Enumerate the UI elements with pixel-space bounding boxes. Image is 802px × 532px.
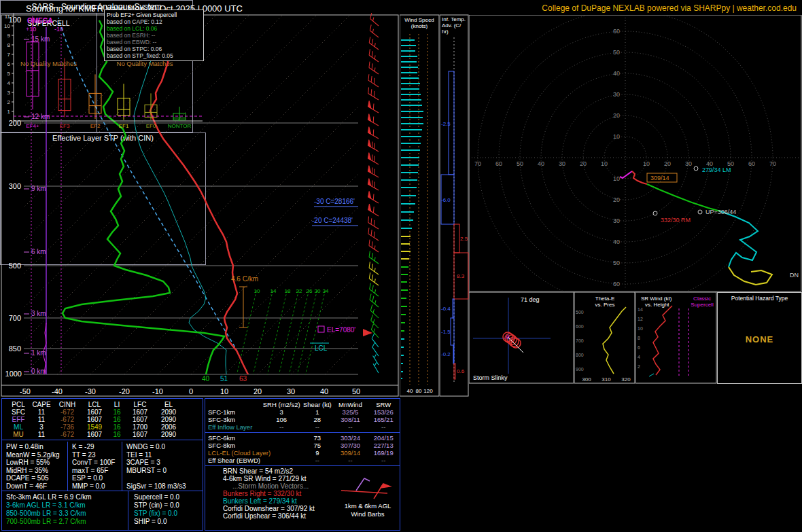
thetae-p-label: 700	[576, 338, 584, 343]
parcel-name: EFF	[2, 416, 29, 423]
col-header: EL	[154, 401, 183, 408]
stat: TT = 23	[72, 451, 122, 459]
y-tick: 9	[7, 33, 11, 39]
ring-label: 10	[613, 175, 620, 182]
srw-value: 227/13	[367, 442, 400, 449]
height-label: 3 km	[31, 310, 46, 317]
li-value: 16	[108, 431, 126, 438]
left-mover-marker	[694, 166, 698, 171]
parcel-name: SFC	[2, 408, 29, 416]
divider	[205, 432, 400, 433]
thetae-x-labels: 300 310 320	[582, 376, 631, 383]
srw-value: 165/21	[367, 416, 400, 423]
temp-label: -50	[20, 387, 31, 395]
thermo-bottom: Sfc-3km AGL LR = 6.9 C/km 3-6km AGL LR =…	[2, 491, 203, 530]
stat	[126, 474, 203, 482]
thetae-pressure-labels: 500 600 700 800 900	[576, 310, 584, 372]
km-label: 14	[638, 307, 643, 312]
shear-value: --	[301, 457, 334, 464]
brand-link[interactable]: College of DuPage NEXLAB powered via SHA…	[542, 3, 797, 13]
ring-label: 20	[613, 112, 620, 119]
parcel-table: PCL CAPE CINH LCL LI LFC EL SFC 11 -672 …	[2, 399, 203, 438]
stat: WNDG = 0.0	[126, 443, 203, 451]
divider	[2, 440, 203, 440]
srw-value: 153/26	[367, 408, 400, 416]
sfc-wetbulb-value: 51	[220, 375, 228, 383]
kinematics-row: SFC-6km 73 303/24 204/15	[205, 434, 400, 442]
ring-label: 40	[613, 238, 620, 245]
temp-axis-labels: -50 -40 -30 -20 -10 0 10 20 30 40 50	[20, 387, 360, 395]
pressure-label: 1000	[5, 370, 22, 378]
stat: PW = 0.48in	[6, 443, 67, 451]
temp-label: -40	[52, 387, 63, 395]
ring-label: 60	[613, 281, 620, 287]
y-tick: 8	[7, 42, 11, 48]
mnwind-value: 309/14	[334, 449, 368, 457]
legend-row: based on ESRH: --	[107, 32, 201, 39]
layer-label: SFC-3km	[205, 416, 262, 423]
mnwind-value: 308/11	[334, 416, 368, 423]
col-header: MnWind	[334, 401, 368, 408]
legend-row: based on EBWD: --	[107, 39, 201, 46]
srwind-km-labels: 14 12 10 8 6 4 2	[638, 307, 643, 369]
mnwind-value: 303/24	[334, 434, 368, 442]
layer-label: Eff Inflow Layer	[205, 423, 262, 431]
pressure-label: 500	[9, 262, 21, 270]
el-value: 2006	[154, 423, 183, 431]
mnwind-value: 307/30	[334, 442, 368, 449]
cape-value: 11	[29, 431, 54, 438]
li-value: 16	[108, 423, 126, 431]
hodo-trace-0-3km	[632, 171, 647, 184]
lfc-value: 1607	[126, 408, 154, 416]
legend-row: based on STP_fixed: 0.05	[107, 52, 201, 59]
adv-value: -2.5	[441, 121, 451, 127]
temp-label: 0	[189, 387, 193, 395]
hodograph-markers: 279/34 LM 309/14 332/30 RM UP=306/44 DN	[647, 166, 799, 279]
stat: LowRH = 55%	[6, 459, 67, 467]
parcel-row-eff[interactable]: EFF 11 -672 1607 16 1607 2090	[2, 416, 203, 423]
slinky-frame	[469, 292, 574, 383]
el-value: 2090	[154, 416, 183, 423]
srwind-trace	[653, 306, 672, 375]
right-mover-label: 332/30 RM	[661, 217, 691, 224]
skewt-annotations: -30 C=28166' -20 C=24438' 4.6 C/km EL=70…	[202, 198, 358, 383]
parcel-row-mu[interactable]: MU 11 -672 1607 16 1607 2090	[2, 431, 203, 438]
col-header: SRW	[367, 401, 400, 408]
mixing-label: 22	[296, 288, 302, 294]
category-label: EF3	[60, 123, 70, 129]
height-label: 9 km	[31, 185, 46, 192]
ring-label: 50	[613, 260, 620, 266]
composite-index: Supercell = 0.0	[134, 493, 203, 501]
category-label: NONTOR	[168, 123, 192, 129]
parcel-row-sfc[interactable]: SFC 11 -672 1607 16 1607 2090	[2, 408, 203, 416]
hodo-trace-3-6km	[647, 184, 720, 211]
ring-label: 20	[664, 160, 671, 167]
stp-category-labels: EF4+ EF3 EF2 EF1 EF0 NONTOR	[26, 123, 191, 129]
adv-value: -0.2	[441, 351, 451, 357]
temp-label: 10	[220, 387, 228, 395]
corfidi-up-label: UP=306/44	[705, 209, 736, 215]
ring-label: 70	[474, 160, 481, 167]
y-tick: 1	[7, 109, 11, 115]
kinematics-row: SFC-1km 3 1 325/5 153/26	[205, 408, 400, 416]
li-value: 16	[108, 408, 126, 416]
ring-label: 60	[748, 160, 755, 167]
slinky-rings	[503, 332, 521, 348]
thetae-title-1: Theta-E	[595, 296, 614, 302]
wind-tick: 40	[407, 388, 413, 394]
cinh-value: -672	[54, 431, 81, 438]
stat: ConvT = 100F	[72, 459, 122, 467]
ring-label: 60	[495, 160, 502, 167]
temp-label: 30	[287, 387, 295, 395]
legend-title: Prob EF2+ Given Supercell	[107, 12, 201, 18]
thermo-panel: PCL CAPE CINH LCL LI LFC EL SFC 11 -672 …	[1, 398, 203, 531]
y-tick: 5	[7, 71, 11, 77]
lcl-value: 1607	[81, 408, 108, 416]
col-header: SRH (m2/s2)	[262, 401, 301, 408]
stat: MeanW = 5.2g/kg	[6, 451, 67, 459]
wind-speed-bars	[401, 39, 423, 379]
thetae-trace	[603, 307, 626, 374]
parcel-row-ml[interactable]: ML 3 -736 1549 16 1700 2006	[2, 423, 203, 431]
hodograph-trace	[620, 171, 772, 285]
kinematics-row: Eff Inflow Layer -- -- -- --	[205, 423, 400, 431]
